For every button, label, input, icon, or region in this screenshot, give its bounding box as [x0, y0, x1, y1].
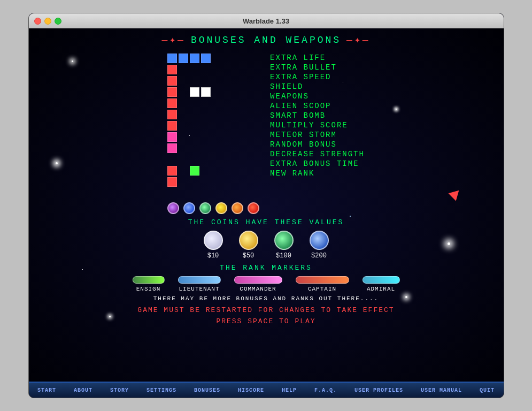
grid-cell	[179, 54, 188, 63]
bonus-item-multiply-score: MULTIPLY SCORE	[270, 121, 365, 130]
coin-item-10: $10	[204, 231, 223, 260]
grid-row	[167, 155, 259, 164]
title-bar: Warblade 1.33	[29, 13, 504, 28]
window-title: Warblade 1.33	[243, 17, 289, 25]
rank-label-admiral: ADMIRAL	[367, 286, 395, 292]
grid-cell	[201, 54, 211, 63]
rank-title: THE RANK MARKERS	[220, 264, 312, 272]
grid-row	[167, 132, 259, 142]
coin-white	[204, 231, 223, 250]
grid-row	[167, 76, 259, 86]
grid-row	[167, 98, 259, 108]
coin-value-50: $50	[243, 252, 255, 260]
nav-user-profiles[interactable]: USER PROFILES	[352, 387, 406, 393]
coin-green	[199, 202, 211, 214]
bonus-item-weapons: WEAPONS	[270, 92, 365, 101]
rank-label-commander: COMMANDER	[240, 286, 276, 292]
nav-quit[interactable]: QUIT	[477, 387, 497, 393]
game-area: BONUSES AND WEAPONS	[29, 28, 504, 398]
bonus-item-decrease-strength: DECREASE STRENGTH	[270, 150, 365, 158]
warning-text: GAME MUST BE RESTARTED FOR CHANGES TO TA…	[137, 305, 394, 328]
grid-cell	[212, 54, 222, 63]
coin-value-10: $10	[207, 252, 219, 260]
nav-faq[interactable]: F.A.Q.	[312, 387, 340, 393]
grid-row	[167, 54, 259, 63]
coin-value-200: $200	[311, 252, 327, 260]
bonus-item-extra-bonus-time: EXTRA BONUS TIME	[270, 159, 365, 168]
rank-item-lieutenant: LIEUTENANT	[178, 276, 221, 292]
minimize-button[interactable]	[44, 18, 51, 25]
rank-label-captain: CAPTAIN	[308, 286, 336, 292]
coin-blue	[183, 202, 195, 214]
coins-title: THE COINS HAVE THESE VALUES	[188, 218, 344, 226]
maximize-button[interactable]	[55, 18, 61, 25]
rank-bar-ensign	[133, 276, 165, 284]
coin-purple	[167, 202, 179, 214]
rank-bar-lieutenant	[178, 276, 221, 284]
bonus-item-new-rank: NEW RANK	[270, 169, 365, 178]
rank-item-captain: CAPTAIN	[296, 276, 349, 292]
grid-row	[167, 110, 259, 119]
nav-about[interactable]: ABOUT	[71, 387, 95, 393]
nav-help[interactable]: HELP	[279, 387, 299, 393]
rank-label-lieutenant: LIEUTENANT	[179, 286, 219, 292]
grid-row	[167, 177, 259, 187]
app-window: Warblade 1.33 BONUSES AND WEAPONS	[28, 13, 504, 398]
coin-red-coin	[248, 202, 259, 214]
rank-section: THE RANK MARKERS ENSIGN LIEUTENANT COMMA…	[29, 264, 504, 302]
nav-hiscore[interactable]: HISCORE	[235, 387, 267, 393]
grid-row	[167, 87, 259, 97]
coin-blue-large	[310, 231, 329, 250]
section-title: BONUSES AND WEAPONS	[156, 34, 375, 45]
bonus-list: EXTRA LIFE EXTRA BULLET EXTRA SPEED SHIE…	[270, 54, 365, 178]
close-button[interactable]	[34, 18, 41, 25]
coin-value-100: $100	[276, 252, 291, 260]
nav-bar: START ABOUT STORY SETTINGS BONUSES HISCO…	[29, 382, 504, 398]
grid-row	[167, 166, 259, 176]
traffic-lights	[34, 18, 61, 25]
rank-bar-commander	[234, 276, 282, 284]
bonus-item-random-bonus: RANDOM BONUS	[270, 140, 365, 149]
bonus-item-extra-speed: EXTRA SPEED	[270, 73, 365, 81]
rank-item-ensign: ENSIGN	[133, 276, 165, 292]
rank-markers-row: ENSIGN LIEUTENANT COMMANDER CAPTAIN	[133, 276, 400, 292]
nav-story[interactable]: STORY	[107, 387, 132, 393]
bonus-item-extra-bullet: EXTRA BULLET	[270, 63, 365, 72]
page-content: BONUSES AND WEAPONS	[29, 28, 504, 382]
bonus-item-shield: SHIELD	[270, 82, 365, 91]
bonus-item-meteor-storm: METEOR STORM	[270, 131, 365, 139]
nav-bonuses[interactable]: BONUSES	[191, 387, 223, 393]
bonus-item-smart-bomb: SMART BOMB	[270, 111, 365, 120]
rank-label-ensign: ENSIGN	[136, 286, 161, 292]
coin-yellow-large	[239, 231, 258, 250]
grid-row	[167, 143, 259, 153]
warning-line1: GAME MUST BE RESTARTED FOR CHANGES TO TA…	[137, 305, 394, 316]
nav-start[interactable]: START	[35, 387, 59, 393]
coin-yellow	[215, 202, 227, 214]
coin-item-100: $100	[274, 231, 294, 260]
grid-row	[167, 65, 259, 74]
coin-green-large	[274, 231, 294, 250]
coin-item-200: $200	[310, 231, 329, 260]
bonus-grid	[167, 54, 259, 214]
grid-cell	[167, 54, 177, 63]
grid-cell	[190, 54, 199, 63]
nav-user-manual[interactable]: USER MANUAL	[418, 387, 465, 393]
grid-row	[167, 121, 259, 131]
bonus-item-extra-life: EXTRA LIFE	[270, 54, 365, 62]
rank-bar-captain	[296, 276, 349, 284]
coin-values-row: $10 $50 $100 $200	[204, 231, 329, 260]
main-content: EXTRA LIFE EXTRA BULLET EXTRA SPEED SHIE…	[29, 51, 504, 214]
coins-section: THE COINS HAVE THESE VALUES $10 $50 $100	[29, 218, 504, 260]
coin-item-50: $50	[239, 231, 258, 260]
grid-row	[167, 188, 259, 198]
nav-settings[interactable]: SETTINGS	[144, 387, 179, 393]
rank-bar-admiral	[363, 276, 400, 284]
bonus-item-alien-scoop: ALIEN SCOOP	[270, 102, 365, 110]
coin-orange	[232, 202, 243, 214]
more-ranks-text: THERE MAY BE MORE BONUSES AND RANKS OUT …	[153, 295, 379, 302]
rank-item-commander: COMMANDER	[234, 276, 282, 292]
coins-row	[167, 202, 259, 214]
rank-item-admiral: ADMIRAL	[363, 276, 400, 292]
warning-line2: PRESS SPACE TO PLAY	[137, 316, 394, 328]
